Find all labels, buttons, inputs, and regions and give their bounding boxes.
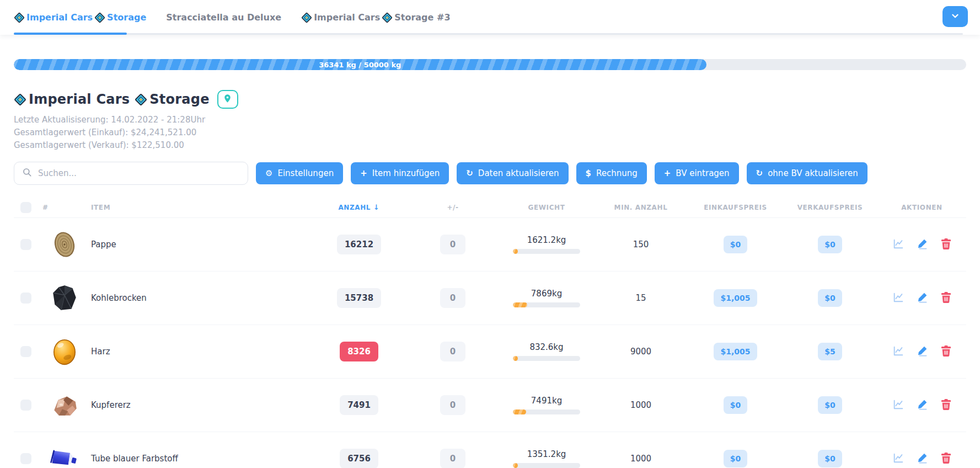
min-anzahl-value: 15 <box>635 293 646 303</box>
row-actions <box>892 345 951 359</box>
item-name: Kohlebrocken <box>91 293 147 303</box>
storage-tabs: Imperial Cars Storage Stracciatella au D… <box>14 12 451 23</box>
delete-item-button[interactable] <box>941 398 951 412</box>
item-image-coal-chunk <box>49 283 80 313</box>
stats-chart-button[interactable] <box>892 345 904 359</box>
settings-button[interactable]: ⚙ Einstellungen <box>256 162 343 184</box>
sell-price-badge: $0 <box>818 236 842 253</box>
min-anzahl-value: 150 <box>633 240 649 249</box>
tab-label: Stracciatella au Deluxe <box>166 12 281 23</box>
plusminus-badge: 0 <box>440 288 465 308</box>
edit-item-button[interactable] <box>917 238 928 251</box>
row-actions <box>892 238 951 252</box>
tab-stracciatella-au-deluxe[interactable]: Stracciatella au Deluxe <box>166 12 281 23</box>
pencil-icon <box>917 398 928 412</box>
search-icon <box>22 167 32 179</box>
delete-item-button[interactable] <box>941 452 951 465</box>
total-value-buy-text: Gesamtlagerwert (Einkauf): $24,241,521.0… <box>14 126 966 139</box>
inventory-table: # ITEM ANZAHL↓ +/- GEWICHT MIN. ANZAHL E… <box>14 197 966 468</box>
row-checkbox[interactable] <box>20 346 31 357</box>
edit-item-button[interactable] <box>917 398 928 412</box>
trash-icon <box>941 238 951 251</box>
anzahl-badge: 6756 <box>340 449 378 468</box>
weight-value: 7869kg <box>531 289 562 299</box>
tab-imperial-cars-storage[interactable]: Imperial Cars Storage <box>14 12 146 23</box>
collapse-panel-button[interactable] <box>942 6 968 27</box>
anzahl-badge-alert: 8326 <box>340 342 378 361</box>
storage-capacity-fill: 36341 kg / 50000 kg <box>14 59 706 70</box>
weight-value: 1351.2kg <box>527 449 566 459</box>
row-checkbox[interactable] <box>20 292 31 304</box>
delete-item-button[interactable] <box>941 238 951 251</box>
button-label: Daten aktualisieren <box>478 168 559 178</box>
buy-price-badge: $1,005 <box>714 343 757 360</box>
min-anzahl-value: 1000 <box>630 454 651 464</box>
item-name: Harz <box>91 347 110 357</box>
weight-bar-track <box>513 249 580 254</box>
button-label: ohne BV aktualisieren <box>768 168 858 178</box>
weight-bar-track <box>513 302 580 307</box>
item-image-copper-ore <box>49 390 80 421</box>
pencil-icon <box>917 291 928 305</box>
item-image-amber-resin <box>49 336 80 367</box>
row-checkbox[interactable] <box>20 400 31 411</box>
weight-cell: 7491kg <box>513 396 580 414</box>
edit-item-button[interactable] <box>917 452 928 465</box>
invoice-button[interactable]: $ Rechnung <box>576 162 647 184</box>
anzahl-badge: 15738 <box>337 288 381 308</box>
storage-capacity-bar: 36341 kg / 50000 kg <box>14 59 966 70</box>
column-header-anzahl[interactable]: ANZAHL↓ <box>312 203 406 211</box>
storage-meta: Letzte Aktualisiserung: 14.02.2022 - 21:… <box>14 114 966 152</box>
item-name: Pappe <box>91 240 116 249</box>
trash-icon <box>941 452 951 465</box>
location-pin-button[interactable] <box>217 90 238 109</box>
tab-imperial-cars-storage-3[interactable]: Imperial Cars Storage #3 <box>301 12 450 23</box>
gears-icon: ⚙ <box>265 169 272 178</box>
refresh-icon: ↻ <box>466 169 473 178</box>
column-header-einkaufspreis: EINKAUFSPREIS <box>688 204 783 211</box>
tab-label: Storage #3 <box>394 12 450 23</box>
row-actions <box>892 291 951 305</box>
table-row: Pappe 16212 0 1621.2kg 150 $0 $0 <box>14 218 966 272</box>
delete-item-button[interactable] <box>941 291 951 305</box>
button-label: Rechnung <box>596 168 638 178</box>
sell-price-badge: $5 <box>818 343 842 360</box>
plus-icon: + <box>360 169 367 178</box>
stats-chart-button[interactable] <box>892 398 904 412</box>
column-header-gewicht: GEWICHT <box>500 204 593 211</box>
pencil-icon <box>917 452 928 465</box>
row-actions <box>892 452 951 466</box>
line-chart-icon <box>892 345 904 359</box>
trash-icon <box>941 398 951 412</box>
row-checkbox[interactable] <box>20 239 31 250</box>
refresh-without-bv-button[interactable]: ↻ ohne BV aktualisieren <box>747 162 867 184</box>
active-tab-indicator <box>14 33 127 35</box>
refresh-data-button[interactable]: ↻ Daten aktualisieren <box>457 162 568 184</box>
edit-item-button[interactable] <box>917 345 928 358</box>
total-value-sell-text: Gesamtlagerwert (Verkauf): $122,510.00 <box>14 139 966 152</box>
stats-chart-button[interactable] <box>892 291 904 305</box>
row-checkbox[interactable] <box>20 453 31 464</box>
item-name: Kupfererz <box>91 400 131 410</box>
bv-enter-button[interactable]: + BV eintragen <box>655 162 739 184</box>
sell-price-badge: $0 <box>818 396 842 414</box>
weight-value: 832.6kg <box>529 342 563 352</box>
stats-chart-button[interactable] <box>892 238 904 252</box>
edit-item-button[interactable] <box>917 291 928 305</box>
trash-icon <box>941 291 951 305</box>
stats-chart-button[interactable] <box>892 452 904 466</box>
delete-item-button[interactable] <box>941 345 951 358</box>
buy-price-badge: $0 <box>724 236 747 253</box>
item-image-blue-dye-tube <box>49 443 80 468</box>
refresh-icon: ↻ <box>756 169 763 178</box>
tabs-underline-track <box>14 33 963 35</box>
add-item-button[interactable]: + Item hinzufügen <box>351 162 449 184</box>
item-image-cardboard-roll <box>49 229 80 260</box>
controls-row: ⚙ Einstellungen + Item hinzufügen ↻ Date… <box>14 162 966 185</box>
button-label: BV eintragen <box>676 168 729 178</box>
plus-icon: + <box>664 169 671 178</box>
search-input[interactable] <box>38 168 240 178</box>
select-all-checkbox[interactable] <box>20 202 31 213</box>
table-header-row: # ITEM ANZAHL↓ +/- GEWICHT MIN. ANZAHL E… <box>14 197 966 218</box>
weight-cell: 1621.2kg <box>513 235 580 254</box>
